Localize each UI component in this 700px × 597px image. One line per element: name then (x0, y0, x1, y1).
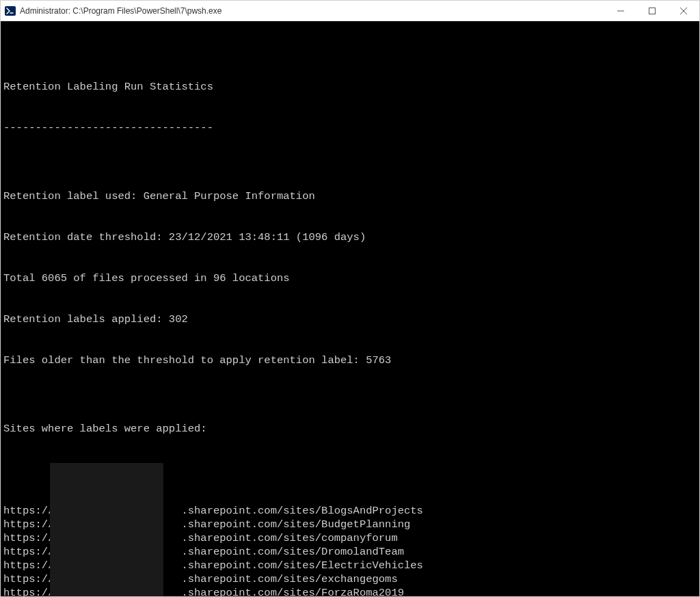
sites-list: https:// .sharepoint.com/sites/BlogsAndP… (3, 463, 697, 596)
output-label-used: Retention label used: General Purpose In… (3, 189, 697, 203)
redacted-block (50, 463, 163, 596)
powershell-window: Administrator: C:\Program Files\PowerShe… (0, 0, 700, 597)
window-title: Administrator: C:\Program Files\PowerShe… (20, 6, 605, 16)
powershell-icon (5, 5, 16, 16)
svg-rect-0 (5, 6, 16, 16)
output-header: Retention Labeling Run Statistics (3, 80, 697, 94)
maximize-button[interactable] (636, 1, 668, 21)
output-date-threshold: Retention date threshold: 23/12/2021 13:… (3, 230, 697, 244)
output-total-processed: Total 6065 of files processed in 96 loca… (3, 271, 697, 285)
window-controls (605, 1, 699, 21)
svg-rect-3 (649, 8, 656, 14)
output-labels-applied: Retention labels applied: 302 (3, 313, 697, 326)
titlebar[interactable]: Administrator: C:\Program Files\PowerShe… (1, 1, 699, 21)
terminal-output[interactable]: Retention Labeling Run Statistics ------… (1, 21, 699, 596)
close-button[interactable] (668, 1, 699, 21)
minimize-button[interactable] (605, 1, 636, 21)
output-divider: --------------------------------- (3, 121, 697, 135)
output-sites-header: Sites where labels were applied: (3, 422, 697, 436)
output-older-files: Files older than the threshold to apply … (3, 354, 697, 367)
